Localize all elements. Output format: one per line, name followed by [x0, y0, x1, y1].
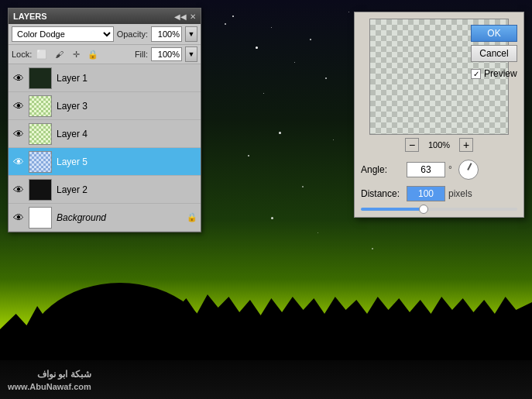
angle-input[interactable]: [407, 162, 445, 177]
opacity-label: Opacity:: [117, 29, 148, 39]
motion-blur-dialog: OK Cancel ✓ Preview − 100% + Angle: ° Di…: [354, 12, 524, 218]
layers-panel-title: LAYERS: [13, 12, 47, 21]
layer-visibility-icon[interactable]: 👁: [12, 71, 26, 85]
dialog-fields: Angle: ° Distance: pixels: [355, 157, 523, 217]
opacity-input[interactable]: [151, 26, 182, 42]
angle-row: Angle: °: [361, 160, 517, 180]
layer-row-active[interactable]: 👁 Layer 5: [9, 148, 201, 176]
dialog-buttons: OK Cancel ✓ Preview: [471, 25, 517, 79]
lock-all-icon[interactable]: 🔒: [86, 48, 100, 60]
watermark-arabic: شبكة ابو نواف: [8, 368, 91, 381]
watermark-url: www.AbuNawaf.com: [8, 381, 91, 393]
fill-label: Fill:: [135, 50, 148, 59]
layer-row[interactable]: 👁 Layer 2: [9, 176, 201, 204]
layer-row[interactable]: 👁 Layer 1: [9, 64, 201, 92]
lock-move-icon[interactable]: ✛: [69, 48, 83, 60]
layer-visibility-icon[interactable]: 👁: [12, 155, 26, 169]
layer-row-background[interactable]: 👁 Background 🔒: [9, 204, 201, 232]
layer-name: Layer 5: [57, 157, 197, 167]
ok-button[interactable]: OK: [471, 25, 517, 42]
titlebar-icons: ◀◀ ✕: [174, 12, 196, 21]
layer-thumbnail: [29, 179, 52, 201]
layer-thumbnail: [29, 123, 52, 145]
layer-row[interactable]: 👁 Layer 3: [9, 92, 201, 120]
zoom-controls: − 100% +: [361, 138, 517, 152]
preview-label: Preview: [484, 68, 517, 79]
angle-unit: °: [448, 164, 452, 175]
layer-thumbnail: [29, 151, 52, 173]
distance-slider[interactable]: [361, 208, 517, 211]
blend-mode-select[interactable]: Color Dodge: [12, 26, 114, 42]
layer-row[interactable]: 👁 Layer 4: [9, 120, 201, 148]
preview-row: ✓ Preview: [471, 68, 517, 79]
zoom-value: 100%: [424, 140, 455, 150]
opacity-arrow[interactable]: ▼: [185, 26, 197, 42]
lock-brush-icon[interactable]: 🖌: [52, 48, 66, 60]
layer-locked-icon: 🔒: [187, 212, 197, 222]
angle-label: Angle:: [361, 164, 403, 175]
preview-checkbox[interactable]: ✓: [471, 69, 481, 79]
fill-input[interactable]: [151, 47, 182, 61]
layer-name: Layer 2: [57, 184, 197, 195]
layer-name: Background: [57, 212, 187, 223]
blend-mode-row: Color Dodge Opacity: ▼: [9, 24, 201, 45]
layers-panel: LAYERS ◀◀ ✕ Color Dodge Opacity: ▼ Lock:…: [8, 8, 201, 232]
distance-slider-thumb[interactable]: [419, 205, 428, 214]
distance-row: Distance: pixels: [361, 186, 517, 201]
distance-input[interactable]: [407, 186, 445, 201]
layer-thumbnail: [29, 207, 52, 229]
zoom-out-button[interactable]: −: [405, 138, 419, 152]
zoom-in-button[interactable]: +: [459, 138, 473, 152]
layer-visibility-icon[interactable]: 👁: [12, 183, 26, 197]
lock-dots-icon[interactable]: ⬜: [35, 48, 49, 60]
lock-row: Lock: ⬜ 🖌 ✛ 🔒 Fill: ▼: [9, 45, 201, 64]
cancel-button[interactable]: Cancel: [471, 45, 517, 62]
layer-visibility-icon[interactable]: 👁: [12, 211, 26, 225]
layer-thumbnail: [29, 67, 52, 89]
layer-name: Layer 3: [57, 101, 197, 112]
layer-visibility-icon[interactable]: 👁: [12, 99, 26, 113]
layer-visibility-icon[interactable]: 👁: [12, 127, 26, 141]
layer-thumbnail: [29, 95, 52, 117]
fill-arrow[interactable]: ▼: [185, 46, 197, 62]
layer-name: Layer 1: [57, 73, 197, 84]
distance-unit: pixels: [448, 188, 472, 199]
layers-titlebar: LAYERS ◀◀ ✕: [9, 9, 201, 24]
watermark: شبكة ابو نواف www.AbuNawaf.com: [8, 368, 91, 393]
collapse-icon[interactable]: ◀◀: [174, 12, 187, 21]
close-icon[interactable]: ✕: [190, 12, 196, 21]
angle-dial[interactable]: [458, 160, 479, 180]
layers-list: 👁 Layer 1 👁 Layer 3 👁 Layer 4 👁 Layer 5 …: [9, 64, 201, 232]
lock-label: Lock:: [12, 50, 32, 59]
layer-name: Layer 4: [57, 129, 197, 139]
distance-label: Distance:: [361, 188, 403, 199]
